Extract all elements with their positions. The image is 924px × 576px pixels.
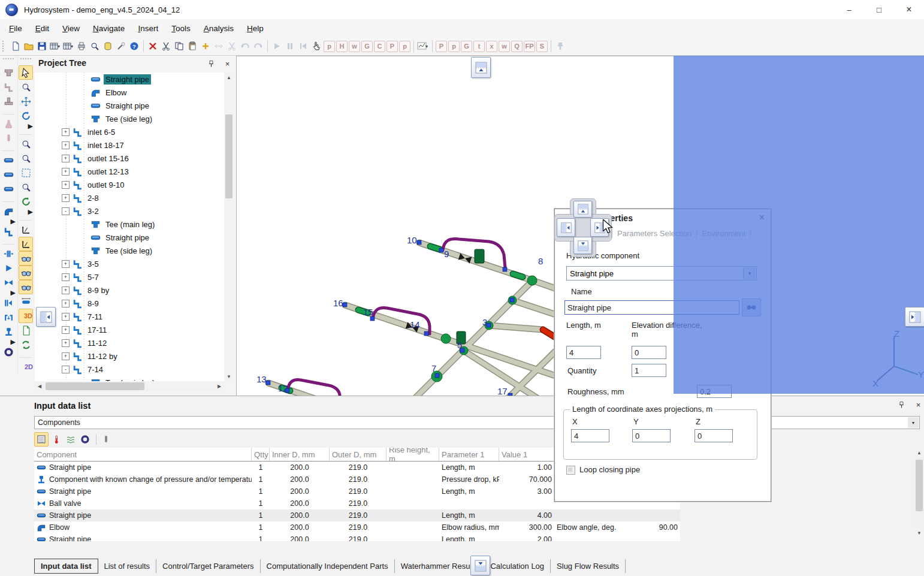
save-button[interactable] <box>35 40 49 53</box>
parameter-display-button[interactable]: x <box>486 41 497 52</box>
junction-tool[interactable] <box>1 65 16 80</box>
column-header[interactable]: Inner D, mm <box>270 448 330 461</box>
new-button[interactable] <box>9 40 22 53</box>
thermal-button[interactable] <box>50 433 63 446</box>
settings-button[interactable] <box>114 40 128 53</box>
tree-item[interactable]: + 5-7 <box>35 270 224 284</box>
show-names-tool[interactable] <box>19 280 33 294</box>
tree-expander[interactable]: + <box>62 287 70 294</box>
tree-item[interactable]: Elbow <box>35 86 224 99</box>
table-row[interactable]: Elbow 1 200.0 219.0 Elbow radius, mm 300… <box>34 521 680 533</box>
menu-item[interactable]: File <box>2 22 29 35</box>
refresh-tool[interactable] <box>19 337 33 352</box>
tube-tool[interactable] <box>1 131 16 145</box>
y-projection-field[interactable] <box>632 429 671 442</box>
tree-expander[interactable]: + <box>62 128 70 136</box>
pin-icon[interactable] <box>896 400 907 410</box>
database-button[interactable] <box>101 40 114 53</box>
menu-item[interactable]: Insert <box>131 22 165 35</box>
z-projection-field[interactable] <box>694 429 733 442</box>
result-display-button[interactable]: w <box>349 41 360 52</box>
menu-item[interactable]: View <box>56 22 86 35</box>
tree-expander[interactable]: + <box>62 313 70 321</box>
tree-item[interactable]: + inlet 6-5 <box>35 125 224 138</box>
dock-cross-bottom-guide[interactable] <box>573 237 592 254</box>
tree-item[interactable]: + outlet 15-16 <box>35 152 224 165</box>
scroll-down-icon[interactable]: ▼ <box>224 372 234 381</box>
result-display-button[interactable]: C <box>374 41 385 52</box>
tree-item[interactable]: Tee (main leg) <box>35 218 224 231</box>
dock-left-guide[interactable] <box>36 307 56 327</box>
result-display-button[interactable]: H <box>336 41 348 52</box>
tree-horizontal-scrollbar[interactable]: ◀ ▶ <box>35 381 224 391</box>
dock-bottom-guide[interactable] <box>470 556 490 575</box>
scrollbar-thumb[interactable] <box>46 382 144 390</box>
tree-expander[interactable]: + <box>62 300 70 307</box>
tree-item[interactable]: + 3-5 <box>35 257 224 270</box>
bottom-tab[interactable]: Calculation Log <box>484 559 551 573</box>
column-header[interactable]: Component <box>34 448 252 461</box>
copy-button[interactable] <box>173 40 186 53</box>
delete-button[interactable] <box>146 40 159 53</box>
dock-cross-left-guide[interactable] <box>557 218 575 237</box>
dock-right-guide[interactable] <box>905 307 924 327</box>
tree-expander[interactable]: - <box>62 366 70 373</box>
elbow-flyout[interactable]: ▶ <box>1 218 16 224</box>
column-header[interactable]: Qtty <box>252 448 270 461</box>
show-params-tool[interactable] <box>19 251 33 266</box>
flask-tool[interactable] <box>1 116 16 131</box>
bottom-tab[interactable]: Input data list <box>34 559 98 574</box>
split-button[interactable] <box>225 40 238 53</box>
quantity-field[interactable] <box>632 364 666 377</box>
view-2d-tool[interactable]: 2D <box>19 360 33 374</box>
menu-item[interactable]: Navigate <box>86 22 131 35</box>
zoom-window-tool[interactable] <box>19 137 33 151</box>
tree-item[interactable]: Tee (side leg) <box>35 244 224 257</box>
tree-expander[interactable]: + <box>62 181 70 189</box>
pump-flyout[interactable]: ▶ <box>1 339 16 345</box>
pick-result-button[interactable] <box>310 40 323 53</box>
pin-icon[interactable] <box>206 59 216 69</box>
select-cursor-tool[interactable] <box>19 65 33 80</box>
length-field[interactable] <box>566 346 601 359</box>
valve-flyout[interactable]: ▶ <box>1 289 16 295</box>
scrollbar-thumb[interactable] <box>225 114 232 198</box>
chevron-down-icon[interactable]: ▾ <box>908 417 919 428</box>
loop-closing-checkbox[interactable] <box>566 466 575 475</box>
table-row[interactable]: Straight pipe 1 200.0 219.0 Length, m 4.… <box>34 509 680 521</box>
scrollbar-thumb[interactable] <box>916 460 923 511</box>
close-button[interactable]: × <box>894 0 924 19</box>
print-button[interactable] <box>75 40 88 53</box>
bottom-tab[interactable]: Computationally Independent Parts <box>261 559 395 573</box>
tree-item[interactable]: Tee (main leg) <box>35 376 224 381</box>
close-icon[interactable]: × <box>222 59 232 69</box>
input-table-button[interactable]: ▾ <box>49 40 62 53</box>
dock-cross-top-guide[interactable] <box>573 201 592 218</box>
results-table-button[interactable]: ▾ <box>62 40 75 53</box>
column-header[interactable]: Parameter 1 <box>439 448 499 461</box>
data-category-combo[interactable]: Components ▾ <box>34 416 920 429</box>
tree-expander[interactable]: + <box>62 194 70 202</box>
tree-item[interactable]: + 7-11 <box>35 310 224 323</box>
redo-button[interactable] <box>252 40 265 53</box>
table-vertical-scrollbar[interactable]: ▲ ▼ <box>914 448 924 538</box>
tree-item[interactable]: Straight pipe <box>35 99 224 112</box>
menu-item[interactable]: Edit <box>29 22 56 35</box>
tree-expander[interactable]: + <box>62 326 70 334</box>
tree-item[interactable]: Tee (side leg) <box>35 112 224 125</box>
corner-pipe-tool[interactable] <box>1 224 16 239</box>
bottom-tab[interactable]: Control/Target Parameters <box>156 559 260 573</box>
tree-item[interactable]: + outlet 12-13 <box>35 165 224 178</box>
table-row[interactable]: Straight pipe 1 200.0 219.0 Length, m 2.… <box>34 533 680 541</box>
tree-item[interactable]: + outlet 9-10 <box>35 178 224 191</box>
scroll-down-icon[interactable]: ▼ <box>914 528 924 538</box>
tree-item[interactable]: + 17-11 <box>35 323 224 336</box>
result-display-button[interactable]: p <box>324 41 335 52</box>
parameter-display-button[interactable]: w <box>499 41 510 52</box>
sample-button[interactable] <box>99 433 113 446</box>
tree-item[interactable]: + 8-9 <box>35 297 224 310</box>
menu-item[interactable]: Help <box>240 22 270 35</box>
open-button[interactable] <box>22 40 35 53</box>
tree-item[interactable]: + inlet 18-17 <box>35 138 224 152</box>
parameter-display-button[interactable]: p <box>448 41 460 52</box>
